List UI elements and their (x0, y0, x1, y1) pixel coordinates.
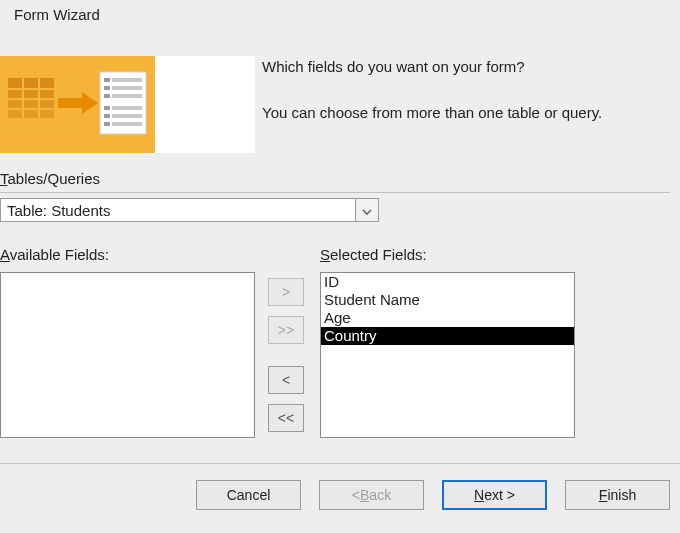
svg-rect-8 (58, 98, 82, 108)
svg-rect-22 (104, 122, 110, 126)
available-fields-label: Available Fields: (0, 246, 109, 263)
tables-queries-selected: Table: Students (1, 202, 355, 219)
field-move-buttons: > >> < << (268, 278, 308, 442)
svg-rect-17 (112, 94, 142, 98)
svg-rect-12 (104, 78, 110, 82)
tables-queries-rule (0, 192, 670, 193)
list-item[interactable]: Student Name (321, 291, 574, 309)
list-item[interactable]: Country (321, 327, 574, 345)
svg-rect-16 (104, 94, 110, 98)
selected-fields-label: Selected Fields: (320, 246, 427, 263)
remove-field-button[interactable]: < (268, 366, 304, 394)
add-field-button[interactable]: > (268, 278, 304, 306)
chevron-down-icon (362, 202, 372, 218)
svg-rect-20 (104, 114, 110, 118)
remove-all-fields-button[interactable]: << (268, 404, 304, 432)
svg-rect-5 (8, 110, 54, 118)
svg-rect-3 (8, 90, 54, 98)
svg-rect-13 (112, 78, 142, 82)
svg-rect-2 (8, 78, 54, 88)
wizard-prompt-2: You can choose from more than one table … (262, 104, 602, 121)
svg-rect-19 (112, 106, 142, 110)
tables-queries-label: Tables/Queries (0, 170, 100, 187)
available-fields-listbox[interactable] (0, 272, 255, 438)
form-wizard-dialog: Form Wizard (0, 0, 680, 533)
list-item[interactable]: Age (321, 309, 574, 327)
svg-rect-4 (8, 100, 54, 108)
svg-rect-14 (104, 86, 110, 90)
selected-fields-listbox[interactable]: IDStudent NameAgeCountry (320, 272, 575, 438)
wizard-banner-image (0, 56, 255, 153)
cancel-button[interactable]: Cancel (196, 480, 301, 510)
next-button[interactable]: Next > (442, 480, 547, 510)
footer-separator (0, 463, 680, 464)
wizard-prompt-1: Which fields do you want on your form? (262, 58, 525, 75)
finish-button[interactable]: Finish (565, 480, 670, 510)
combo-dropdown-button[interactable] (355, 199, 378, 221)
footer-buttons: Cancel < Back Next > Finish (196, 480, 670, 510)
dialog-title: Form Wizard (14, 6, 100, 23)
back-button[interactable]: < Back (319, 480, 424, 510)
svg-rect-15 (112, 86, 142, 90)
svg-rect-23 (112, 122, 142, 126)
tables-queries-combo[interactable]: Table: Students (0, 198, 379, 222)
svg-rect-18 (104, 106, 110, 110)
list-item[interactable]: ID (321, 273, 574, 291)
add-all-fields-button[interactable]: >> (268, 316, 304, 344)
svg-rect-21 (112, 114, 142, 118)
